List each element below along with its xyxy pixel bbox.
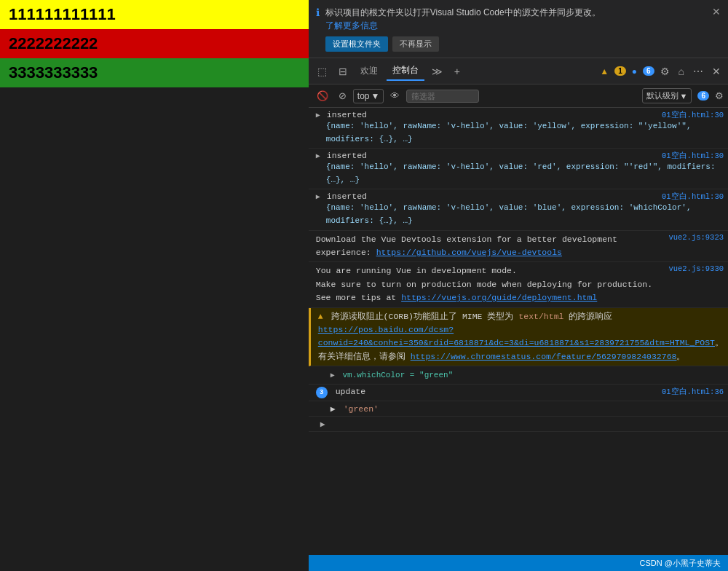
devtools-panel: ℹ 标识项目的根文件夹以打开Visual Studio Code中的源文件并同步… [309, 0, 728, 571]
log-label-3: ▶ inserted [316, 192, 367, 201]
log-body-1: {name: 'hello', rawName: 'v-hello', valu… [316, 120, 724, 146]
log-entry-arrow: ▶ [309, 417, 728, 432]
log-label-update: 3 update [316, 387, 365, 398]
log-entry-inserted-blue: ▶ inserted 01空白.html:30 {name: 'hello', … [309, 189, 728, 230]
info-banner-text: 标识项目的根文件夹以打开Visual Studio Code中的源文件并同步更改… [325, 6, 706, 19]
left-panel: 111111111111 2222222222 3333333333 [0, 0, 309, 571]
warn-badge-wrap: ▲ 1 [600, 66, 625, 76]
log-entry-devtools: Download the Vue Devtools extension for … [309, 231, 728, 263]
more-tabs-icon[interactable]: ≫ [427, 63, 447, 80]
more-options-icon[interactable]: ⋯ [690, 63, 706, 80]
status-bar-text: CSDN @小黑子史蒂夫 [640, 558, 721, 569]
log-plain-4: Download the Vue Devtools extension for … [316, 233, 663, 260]
dont-show-button[interactable]: 不再显示 [392, 36, 439, 52]
green-expand-icon[interactable]: ▶ [316, 404, 336, 414]
vuejs-guide-link[interactable]: https://vuejs.org/guide/deployment.html [401, 293, 597, 302]
color-bar-green: 3333333333 [0, 58, 309, 87]
bar-text-3: 3333333333 [9, 63, 98, 82]
log-label-1: ▶ inserted [316, 110, 367, 119]
level-label: 默认级别 [646, 90, 678, 101]
context-label: top [357, 91, 370, 101]
log-entry-green: ▶ 'green' [309, 401, 728, 417]
tab-bar: ⬚ ⊟ 欢迎 控制台 ≫ + ▲ 1 ● 6 ⚙ ⌂ ⋯ ✕ [309, 58, 728, 84]
info-banner-content: 标识项目的根文件夹以打开Visual Studio Code中的源文件并同步更改… [325, 6, 706, 52]
log-header-update: 3 update 01空白.html:36 [316, 387, 724, 398]
log-plain-warn: ▲ 跨源读取阻止(CORB)功能阻止了 MIME 类型为 text/html 的… [318, 310, 724, 364]
tab-welcome[interactable]: 欢迎 [355, 62, 384, 80]
filter-bar: 🚫 ⊘ top ▼ 👁 默认级别 ▼ 6 ⚙ [309, 84, 728, 108]
log-source-3[interactable]: 01空白.html:30 [662, 192, 724, 202]
green-value: 'green' [341, 404, 379, 414]
log-entry-inserted-red: ▶ inserted 01空白.html:30 {name: 'hello', … [309, 149, 728, 189]
settings-icon[interactable]: ⚙ [657, 63, 673, 80]
console-count-badge: 6 [697, 91, 709, 101]
learn-more-link[interactable]: 了解更多信息 [325, 20, 378, 31]
log-body-2: {name: 'hello', rawName: 'v-hello', valu… [316, 161, 724, 186]
chevron-down-icon-2: ▼ [680, 92, 688, 101]
log-body-3: {name: 'hello', rawName: 'v-hello', valu… [316, 202, 724, 227]
console-settings-icon[interactable]: ⚙ [715, 90, 724, 101]
close-banner-button[interactable]: ✕ [712, 6, 721, 17]
log-plain-5: You are running Vue in development mode.… [316, 264, 652, 304]
profile-icon[interactable]: ⌂ [676, 63, 687, 80]
log-header-warn: ▲ 跨源读取阻止(CORB)功能阻止了 MIME 类型为 text/html 的… [318, 310, 724, 364]
vm-line: ▶ vm.whichColor = "green" [316, 369, 724, 382]
expand-icon-1[interactable]: ▶ [316, 111, 320, 119]
bar-text-1: 111111111111 [9, 5, 116, 24]
warn-icon-inline: ▲ [318, 312, 323, 321]
log-body-text-3: {name: 'hello', rawName: 'v-hello', valu… [326, 203, 692, 225]
info-banner: ℹ 标识项目的根文件夹以打开Visual Studio Code中的源文件并同步… [309, 0, 728, 58]
filter-input[interactable] [406, 90, 479, 103]
inspect-icon[interactable]: ⬚ [313, 63, 331, 80]
add-tab-icon[interactable]: + [450, 63, 464, 80]
log-source-5[interactable]: vue2.js:9330 [668, 264, 724, 273]
status-bar: CSDN @小黑子史蒂夫 [309, 555, 728, 571]
log-source-2[interactable]: 01空白.html:30 [662, 151, 724, 161]
log-header-5: You are running Vue in development mode.… [316, 264, 724, 304]
log-header-1: ▶ inserted 01空白.html:30 [316, 110, 724, 120]
blue-badge-wrap: ● 6 [632, 66, 654, 76]
log-source-1[interactable]: 01空白.html:30 [662, 110, 724, 120]
clear-console-icon[interactable]: 🚫 [313, 89, 332, 103]
baidu-link[interactable]: https://pos.baidu.com/dcsm?conwid=240&co… [318, 325, 715, 347]
tab-console[interactable]: 控制台 [387, 61, 424, 81]
log-source-4[interactable]: vue2.js:9323 [668, 233, 724, 242]
log-entry-vm: ▶ vm.whichColor = "green" [309, 366, 728, 385]
info-circle-icon: ● [632, 66, 637, 76]
log-header-4: Download the Vue Devtools extension for … [316, 233, 724, 260]
log-header-3: ▶ inserted 01空白.html:30 [316, 192, 724, 202]
blue-count-badge: 6 [643, 66, 654, 76]
color-bar-yellow: 111111111111 [0, 0, 309, 29]
log-level-selector[interactable]: 默认级别 ▼ [642, 88, 692, 103]
info-banner-link-wrap: 了解更多信息 [325, 19, 706, 32]
update-badge: 3 [316, 387, 328, 398]
chromestatus-link[interactable]: https://www.chromestatus.com/feature/562… [411, 352, 677, 361]
info-banner-actions: 设置根文件夹 不再显示 [325, 36, 706, 52]
eye-icon[interactable]: 👁 [387, 89, 403, 103]
console-output: ▶ inserted 01空白.html:30 {name: 'hello', … [309, 108, 728, 555]
log-source-update[interactable]: 01空白.html:36 [662, 387, 724, 397]
warn-count-badge: 1 [614, 66, 626, 76]
log-label-2: ▶ inserted [316, 151, 367, 160]
log-entry-devmode: You are running Vue in development mode.… [309, 262, 728, 307]
devtools-link[interactable]: https://github.com/vuejs/vue-devtools [376, 248, 562, 257]
chevron-down-icon: ▼ [371, 91, 379, 101]
arrow-icon[interactable]: ▶ [316, 420, 325, 429]
warn-triangle-icon: ▲ [600, 66, 609, 76]
info-icon: ℹ [316, 7, 320, 18]
device-icon[interactable]: ⊟ [334, 63, 352, 80]
log-entry-inserted-yellow: ▶ inserted 01空白.html:30 {name: 'hello', … [309, 108, 728, 149]
expand-icon-2[interactable]: ▶ [316, 152, 320, 160]
log-body-text-1: {name: 'hello', rawName: 'v-hello', valu… [326, 122, 692, 143]
filter-toggle-icon[interactable]: ⊘ [335, 89, 350, 103]
log-entry-update: 3 update 01空白.html:36 [309, 385, 728, 401]
log-entry-warning: ▲ 跨源读取阻止(CORB)功能阻止了 MIME 类型为 text/html 的… [309, 308, 728, 367]
color-bar-red: 2222222222 [0, 29, 309, 58]
context-selector[interactable]: top ▼ [353, 89, 384, 103]
log-body-text-2: {name: 'hello', rawName: 'v-hello', valu… [326, 162, 716, 184]
bar-text-2: 2222222222 [9, 34, 98, 53]
vm-expand-icon[interactable]: ▶ [331, 371, 335, 379]
close-devtools-button[interactable]: ✕ [709, 63, 724, 80]
expand-icon-3[interactable]: ▶ [316, 193, 320, 201]
set-root-button[interactable]: 设置根文件夹 [325, 36, 388, 52]
